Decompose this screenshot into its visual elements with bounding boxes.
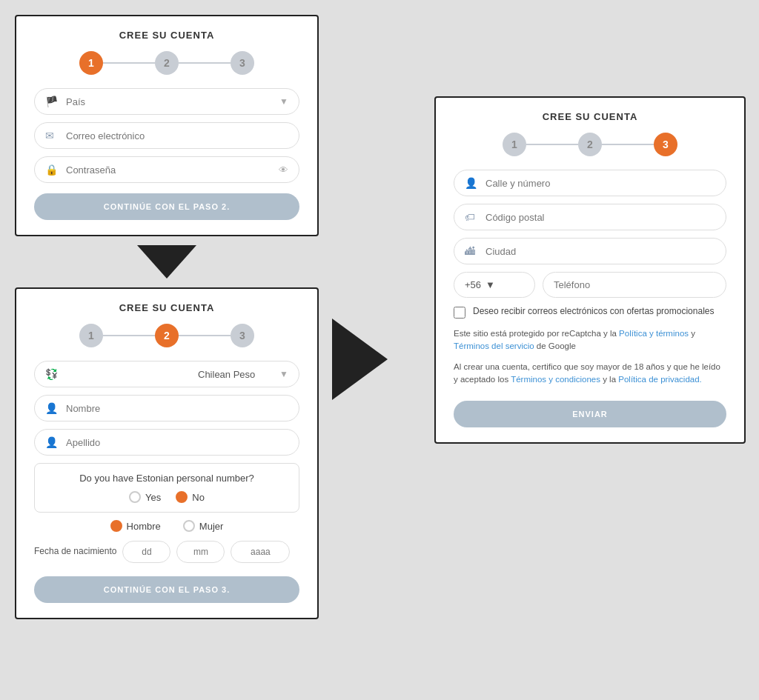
mujer-label: Mujer [199, 521, 224, 532]
lastname-icon: 👤 [45, 436, 59, 448]
step1-circle: 1 [79, 51, 103, 75]
estonian-radio-row: Yes No [45, 491, 288, 503]
card2-step1-circle: 1 [79, 324, 103, 347]
promo-checkbox[interactable] [454, 307, 465, 319]
legal2-link1[interactable]: Términos y condiciones [511, 375, 600, 384]
flag-icon: 🏴 [45, 96, 59, 107]
yes-option[interactable]: Yes [129, 491, 161, 503]
legal-text-1: Este sitio está protegido por reCaptcha … [454, 327, 726, 353]
name-field[interactable]: 👤 [34, 395, 299, 421]
card3-steps: 1 2 3 [454, 133, 726, 156]
currency-input[interactable] [66, 369, 190, 380]
estonian-question-box: Do you have Estonian personal number? Ye… [34, 463, 299, 513]
gender-row: Hombre Mujer [34, 520, 299, 532]
lock-icon: 🔒 [45, 164, 59, 176]
step2-circle: 2 [155, 51, 179, 75]
postal-input[interactable] [485, 212, 715, 223]
card2-step2-circle: 2 [155, 324, 179, 347]
phone-input-field[interactable] [543, 272, 726, 298]
email-field[interactable]: ✉ [34, 122, 299, 149]
legal-text-2: Al crear una cuenta, certifico que soy m… [454, 361, 726, 387]
postal-field[interactable]: 🏷 [454, 204, 726, 230]
currency-value: Chilean Peso [198, 369, 272, 380]
mujer-option[interactable]: Mujer [183, 520, 224, 532]
step3-circle: 3 [231, 51, 254, 75]
yes-radio[interactable] [129, 491, 141, 503]
street-field[interactable]: 👤 [454, 170, 726, 196]
email-input[interactable] [66, 130, 288, 141]
eye-icon: 👁 [279, 164, 288, 176]
city-field[interactable]: 🏙 [454, 238, 726, 264]
card1-title: CREE SU CUENTA [34, 30, 299, 41]
legal1-post: de Google [534, 341, 576, 350]
name-icon: 👤 [45, 402, 59, 414]
yes-label: Yes [145, 492, 161, 503]
no-radio[interactable] [176, 491, 188, 503]
country-input[interactable] [66, 96, 272, 107]
continue-step2-button[interactable]: CONTINÚE CON EL PASO 3. [34, 576, 299, 603]
phone-code-text: +56 [465, 279, 481, 290]
phone-country-field[interactable]: +56 ▼ [454, 272, 535, 298]
card3-title: CREE SU CUENTA [454, 111, 726, 122]
hombre-label: Hombre [127, 521, 161, 532]
card-step1: CREE SU CUENTA 1 2 3 🏴 ▼ ✉ [15, 15, 319, 236]
card2-step2-line [179, 335, 231, 336]
name-input[interactable] [66, 403, 288, 414]
birthdate-row: Fecha de nacimiento [34, 541, 299, 563]
card2-steps: 1 2 3 [34, 324, 299, 347]
submit-button[interactable]: ENVIAR [454, 401, 726, 427]
card3-step2-circle: 2 [578, 133, 602, 156]
city-icon: 🏙 [465, 245, 478, 257]
lastname-field[interactable]: 👤 [34, 429, 299, 456]
password-field[interactable]: 🔒 👁 [34, 156, 299, 183]
lastname-input[interactable] [66, 437, 288, 448]
legal2-link2[interactable]: Política de privacidad. [618, 375, 702, 384]
country-field[interactable]: 🏴 ▼ [34, 88, 299, 115]
card3-step1-line [526, 144, 578, 145]
aaaa-input[interactable] [231, 541, 290, 563]
card2-step1-line [103, 335, 155, 336]
phone-row: +56 ▼ [454, 272, 726, 298]
city-input[interactable] [485, 246, 715, 257]
card3-step1-circle: 1 [503, 133, 526, 156]
legal2-mid: y la [600, 375, 618, 384]
question-text: Do you have Estonian personal number? [45, 473, 288, 484]
legal1-link1[interactable]: Política y términos [619, 329, 689, 338]
card3-step3-circle: 3 [654, 133, 677, 156]
birthdate-label: Fecha de nacimiento [34, 546, 116, 558]
card3-step2-line [602, 144, 654, 145]
currency-arrow-icon: ▼ [279, 369, 288, 379]
no-label: No [192, 492, 205, 503]
promo-checkbox-label: Deseo recibir correos electrónicos con o… [473, 305, 714, 318]
arrow-right-wrapper [332, 319, 388, 400]
street-input[interactable] [485, 178, 715, 189]
card-step3: CREE SU CUENTA 1 2 3 👤 🏷 🏙 [434, 96, 746, 444]
arrow-right-icon [332, 319, 388, 400]
legal1-mid: y [689, 329, 695, 338]
legal1-link2[interactable]: Términos del servicio [454, 341, 534, 350]
step2-line [179, 62, 231, 64]
card1-steps: 1 2 3 [34, 51, 299, 75]
card2-title: CREE SU CUENTA [34, 302, 299, 313]
no-option[interactable]: No [176, 491, 205, 503]
page-wrapper: CREE SU CUENTA 1 2 3 🏴 ▼ ✉ [0, 0, 759, 700]
mm-input[interactable] [176, 541, 225, 563]
phone-input[interactable] [554, 279, 715, 290]
hombre-option[interactable]: Hombre [110, 520, 161, 532]
phone-arrow-icon: ▼ [485, 279, 495, 290]
hombre-radio[interactable] [110, 520, 122, 532]
currency-field[interactable]: 💱 Chilean Peso ▼ [34, 361, 299, 387]
email-icon: ✉ [45, 130, 59, 141]
dd-input[interactable] [122, 541, 170, 563]
mujer-radio[interactable] [183, 520, 195, 532]
currency-icon: 💱 [45, 368, 59, 380]
card-step2: CREE SU CUENTA 1 2 3 💱 Chilean Peso ▼ [15, 287, 319, 619]
continue-step1-button[interactable]: CONTINÚE CON EL PASO 2. [34, 193, 299, 220]
left-column: CREE SU CUENTA 1 2 3 🏴 ▼ ✉ [15, 15, 319, 619]
step1-line [103, 62, 155, 64]
postal-icon: 🏷 [465, 211, 478, 223]
arrow-down-icon [137, 245, 196, 279]
password-input[interactable] [66, 164, 271, 176]
country-arrow-icon: ▼ [279, 96, 288, 107]
card2-step3-circle: 3 [231, 324, 254, 347]
